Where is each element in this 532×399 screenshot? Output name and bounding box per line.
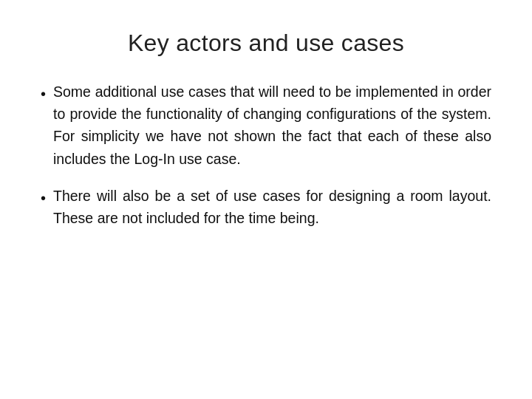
- bullet-text-2: There will also be a set of use cases fo…: [53, 185, 491, 229]
- bullet-dot: •: [41, 83, 46, 106]
- bullet-text-1: Some additional use cases that will need…: [53, 81, 491, 170]
- bullet-list: • Some additional use cases that will ne…: [41, 81, 491, 229]
- list-item: • Some additional use cases that will ne…: [41, 81, 491, 170]
- slide-content: • Some additional use cases that will ne…: [41, 81, 491, 369]
- bullet-dot: •: [41, 187, 46, 210]
- slide-container: Key actors and use cases • Some addition…: [0, 0, 532, 399]
- list-item: • There will also be a set of use cases …: [41, 185, 491, 229]
- slide-title: Key actors and use cases: [41, 30, 491, 57]
